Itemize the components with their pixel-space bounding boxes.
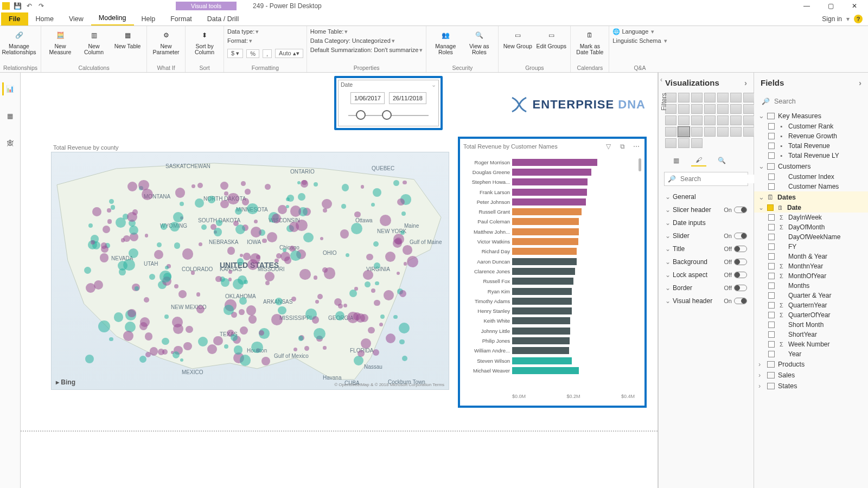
field-customer-rank[interactable]: ▪Customer Rank (754, 121, 868, 131)
field-revenue-growth[interactable]: ▪Revenue Growth (754, 131, 868, 141)
field-dayinweek[interactable]: ΣDayInWeek (754, 213, 868, 222)
viz-type-17[interactable] (704, 115, 716, 125)
viz-type-16[interactable] (691, 115, 703, 125)
tab-data-drill[interactable]: Data / Drill (200, 12, 246, 25)
field-short-month[interactable]: Short Month (754, 320, 868, 330)
viz-type-24[interactable] (704, 127, 716, 137)
save-icon[interactable]: 💾 (13, 2, 22, 10)
viz-type-15[interactable] (678, 115, 690, 125)
data-view-button[interactable]: ▦ (4, 110, 17, 123)
field-date[interactable]: ⌄🗓Date (754, 203, 868, 213)
field-dayofmonth[interactable]: ΣDayOfMonth (754, 222, 868, 232)
slicer-slider[interactable] (348, 115, 429, 116)
sign-in-link[interactable]: Sign in (822, 15, 842, 23)
analytics-well-icon[interactable]: 🔍 (714, 155, 729, 166)
field-customer-index[interactable]: Customer Index (754, 172, 868, 182)
collapse-viz-icon[interactable]: › (744, 78, 747, 87)
field-shortyear[interactable]: ShortYear (754, 330, 868, 339)
sort-by-column-button[interactable]: ⬍Sort by Column (189, 27, 220, 55)
percent-button[interactable]: % (246, 49, 259, 58)
edit-groups-button[interactable]: ▭Edit Groups (535, 27, 567, 49)
tab-file[interactable]: File (1, 12, 28, 25)
default-summarization-dropdown[interactable]: Default Summarization: Don't summarize▾ (310, 47, 423, 54)
format-section-visual-header[interactable]: ⌄Visual headerOn (659, 294, 754, 307)
tab-modeling[interactable]: Modeling (91, 11, 134, 25)
filters-pane-collapsed[interactable]: ‹ Filters (658, 73, 659, 488)
slider-thumb-to[interactable] (382, 110, 392, 120)
fields-search-input[interactable] (773, 97, 860, 106)
tab-format[interactable]: Format (163, 12, 200, 25)
field-quarternyear[interactable]: ΣQuarternYear (754, 300, 868, 310)
format-section-title[interactable]: ⌄TitleOff (659, 242, 754, 255)
new-column-button[interactable]: ▥New Column (78, 27, 110, 55)
close-icon[interactable]: ✕ (846, 1, 863, 11)
viz-type-23[interactable] (691, 127, 703, 137)
new-measure-button[interactable]: 🧮New Measure (44, 27, 76, 55)
manage-relationships-button[interactable]: 🔗Manage Relationships (3, 27, 35, 55)
fields-search[interactable]: 🔎 (760, 95, 863, 108)
format-section-background[interactable]: ⌄BackgroundOff (659, 255, 754, 268)
viz-type-20[interactable] (743, 115, 755, 125)
field-fy[interactable]: FY (754, 242, 868, 252)
currency-button[interactable]: $ ▾ (227, 49, 243, 58)
viz-type-5[interactable] (730, 93, 742, 102)
viz-type-9[interactable] (691, 104, 703, 114)
report-view-button[interactable]: 📊 (2, 82, 15, 95)
collapse-fields-icon[interactable]: › (859, 78, 861, 87)
table-key-measures[interactable]: ⌄Key Measures (754, 110, 868, 121)
field-customer-names[interactable]: Customer Names (754, 182, 868, 191)
viz-type-1[interactable] (678, 93, 690, 102)
viz-type-6[interactable] (743, 93, 755, 102)
table-states[interactable]: ›States (754, 381, 868, 391)
bar-chart-visual[interactable]: Total Revenue by Customer Names ▽ ⧉ ⋯ Ro… (458, 137, 647, 408)
minimize-icon[interactable]: — (799, 1, 815, 11)
field-total-revenue[interactable]: ▪Total Revenue (754, 141, 868, 151)
table-dates[interactable]: ⌄🗓Dates (754, 191, 868, 203)
thousands-button[interactable]: , (263, 49, 272, 58)
tab-help[interactable]: Help (134, 12, 163, 25)
viz-type-4[interactable] (717, 93, 729, 102)
field-dayofweekname[interactable]: DayOfWeekName (754, 232, 868, 242)
viz-type-25[interactable] (717, 127, 729, 137)
viz-type-22[interactable] (678, 127, 690, 137)
slicer-to-input[interactable]: 26/11/2018 (389, 92, 426, 104)
format-section-general[interactable]: ⌄General (659, 190, 754, 203)
visual-tools-tab[interactable]: Visual tools (176, 2, 237, 10)
more-options-icon[interactable]: ⋯ (631, 142, 641, 151)
format-section-border[interactable]: ⌄BorderOff (659, 281, 754, 294)
field-year[interactable]: Year (754, 349, 868, 359)
clear-icon[interactable]: ⌄ (431, 81, 436, 88)
viz-type-28[interactable] (665, 138, 676, 148)
linguistic-schema-dropdown[interactable]: Linguistic Schema ▾ (612, 37, 667, 44)
viz-type-8[interactable] (678, 104, 690, 114)
format-section-date-inputs[interactable]: ⌄Date inputs (659, 216, 754, 229)
viz-type-14[interactable] (665, 115, 676, 125)
home-table-dropdown[interactable]: Home Table:▾ (310, 28, 423, 35)
new-table-button[interactable]: ▦New Table (112, 27, 143, 49)
view-as-roles-button[interactable]: 🔍View as Roles (463, 27, 495, 55)
viz-type-26[interactable] (730, 127, 742, 137)
table-customers[interactable]: ⌄Customers (754, 160, 868, 172)
viz-type-12[interactable] (730, 104, 742, 114)
field-monthofyear[interactable]: ΣMonthOfYear (754, 271, 868, 281)
viz-type-29[interactable] (678, 138, 690, 148)
mark-as-date-table-button[interactable]: 🗓Mark as Date Table (574, 27, 605, 55)
format-dropdown[interactable]: Format:▾ (227, 37, 303, 44)
report-canvas[interactable]: Date⌄ 1/06/2017 26/11/2018 ENTERPRISE DN… (21, 73, 658, 488)
viz-type-21[interactable] (665, 127, 676, 137)
viz-type-27[interactable] (743, 127, 755, 137)
model-view-button[interactable]: 🕸 (4, 137, 17, 150)
format-search-input[interactable] (679, 175, 763, 183)
viz-type-18[interactable] (717, 115, 729, 125)
slider-thumb-from[interactable] (356, 110, 366, 120)
table-sales[interactable]: ›Sales (754, 370, 868, 381)
format-section-slider[interactable]: ⌄SliderOn (659, 229, 754, 242)
viz-type-19[interactable] (730, 115, 742, 125)
chart-scrollbar[interactable] (639, 158, 641, 171)
tab-home[interactable]: Home (28, 12, 61, 25)
undo-icon[interactable]: ↶ (25, 2, 34, 10)
viz-type-30[interactable] (691, 138, 703, 148)
tab-view[interactable]: View (61, 12, 91, 25)
viz-type-10[interactable] (704, 104, 716, 114)
field-week-number[interactable]: ΣWeek Number (754, 339, 868, 349)
